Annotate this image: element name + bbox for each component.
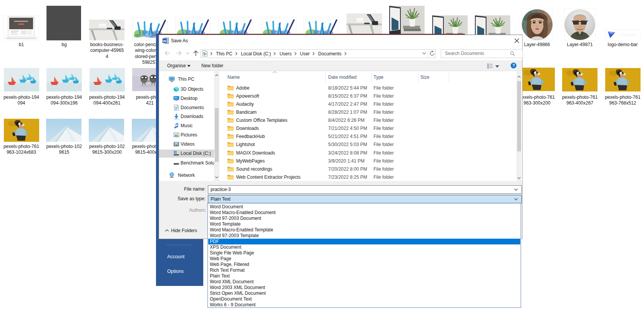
svg-text:W: W [163,39,167,43]
svg-text:sThemes: sThemes [618,32,637,38]
